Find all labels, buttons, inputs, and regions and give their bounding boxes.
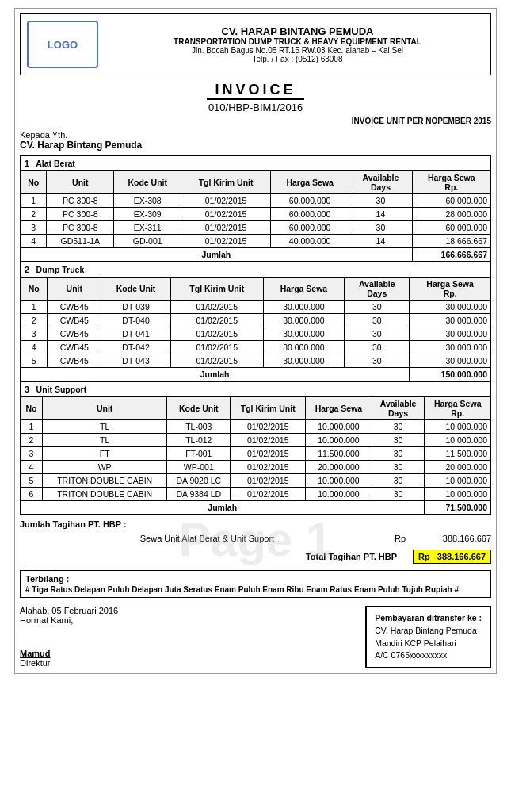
footer-date: Alahab, 05 Februari 2016: [20, 606, 118, 615]
col-kode-unit: Kode Unit: [114, 171, 181, 194]
payment-account: A/C 0765xxxxxxxxx: [375, 649, 482, 662]
table-row: 3FTFT-00101/02/201511.500.0003011.500.00…: [21, 447, 491, 461]
terbilang-section: Terbilang : # Tiga Ratus Delapan Puluh D…: [20, 570, 491, 598]
terbilang-label: Terbilang :: [25, 574, 486, 584]
jumlah-label: Jumlah: [21, 368, 410, 381]
total-box: Rp 388.166.667: [413, 550, 491, 564]
company-telp: Telp. / Fax : (0512) 63008: [108, 55, 487, 63]
table-row: 2PC 300-8EX-30901/02/201560.000.0001428.…: [21, 208, 491, 221]
section-3-header-row: 3 Unit Support: [21, 382, 491, 397]
payment-company: CV. Harap Bintang Pemuda: [375, 625, 482, 638]
table-row: 5CWB45DT-04301/02/201530.000.0003030.000…: [21, 354, 491, 368]
header: LOGO CV. HARAP BINTANG PEMUDA TRANSPORTA…: [20, 13, 491, 75]
tagihan-label: Jumlah Tagihan PT. HBP :: [20, 519, 491, 529]
table-row: 2CWB45DT-04001/02/201530.000.0003030.000…: [21, 314, 491, 327]
recipient: Kepada Yth. CV. Harap Bintang Pemuda: [20, 130, 491, 151]
section-1-jumlah-row: Jumlah 166.666.667: [21, 248, 491, 262]
table-row: 2TLTL-01201/02/201510.000.0003010.000.00…: [21, 434, 491, 447]
sewa-amount: 388.166.667: [412, 534, 491, 543]
section-3-jumlah-row: Jumlah 71.500.000: [21, 501, 491, 515]
total-currency: Rp: [418, 552, 430, 561]
section-2-col-headers: No Unit Kode Unit Tgl Kirim Unit Harga S…: [21, 278, 491, 301]
total-row: Total Tagihan PT. HBP Rp 388.166.667: [20, 550, 491, 564]
section-1-header-row: 1 Alat Berat: [21, 156, 491, 171]
section-2-label: 2 Dump Truck: [21, 262, 491, 278]
col-available-days: AvailableDays: [349, 171, 412, 194]
col-harga-sewa-rp: Harga SewaRp.: [412, 171, 490, 194]
col-harga-sewa: Harga Sewa: [270, 171, 349, 194]
invoice-number: 010/HBP-BIM1/2016: [20, 102, 491, 113]
payment-title: Pembayaran ditransfer ke :: [375, 612, 482, 625]
footer-title: Direktur: [20, 658, 118, 668]
jumlah-label: Jumlah: [21, 501, 425, 515]
recipient-greeting: Kepada Yth.: [20, 130, 491, 140]
company-subtitle: TRANSPORTATION DUMP TRUCK & HEAVY EQUIPM…: [108, 37, 487, 46]
recipient-name: CV. Harap Bintang Pemuda: [20, 140, 491, 151]
document-container: LOGO CV. HARAP BINTANG PEMUDA TRANSPORTA…: [14, 8, 497, 674]
table-row: 4GD511-1AGD-00101/02/201540.000.0001418.…: [21, 235, 491, 248]
company-name: CV. HARAP BINTANG PEMUDA: [108, 25, 487, 37]
tables-container: Page 1 1 Alat Berat No Unit Kode Unit Tg…: [20, 155, 491, 515]
jumlah-label: Jumlah: [21, 248, 413, 262]
total-amount: 388.166.667: [437, 552, 486, 561]
table-row: 1CWB45DT-03901/02/201530.000.0003030.000…: [21, 301, 491, 314]
footer-section: Alahab, 05 Februari 2016 Hormat Kami, Ma…: [20, 606, 491, 668]
sewa-row: Sewa Unit Alat Berat & Unit Suport Rp 38…: [20, 532, 491, 545]
invoice-title: INVOICE: [207, 82, 303, 100]
table-row: 6TRITON DOUBLE CABINDA 9384 LD01/02/2015…: [21, 488, 491, 501]
section-2-jumlah-amount: 150.000.000: [410, 368, 491, 381]
col-no: No: [21, 171, 47, 194]
table-row: 4CWB45DT-04201/02/201530.000.0003030.000…: [21, 341, 491, 354]
section-2-table: 2 Dump Truck No Unit Kode Unit Tgl Kirim…: [20, 262, 491, 381]
footer-greeting: Hormat Kami,: [20, 615, 118, 625]
section-3-table: 3 Unit Support No Unit Kode Unit Tgl Kir…: [20, 381, 491, 515]
section-3-label: 3 Unit Support: [21, 382, 491, 397]
company-address: Jln. Bocah Bagus No.05 RT.15 RW.03 Kec. …: [108, 46, 487, 55]
section-3-col-headers: No Unit Kode Unit Tgl Kirim Unit Harga S…: [21, 397, 491, 420]
col-tgl-kirim: Tgl Kirim Unit: [181, 171, 271, 194]
table-row: 3CWB45DT-04101/02/201530.000.0003030.000…: [21, 327, 491, 341]
table-row: 1TLTL-00301/02/201510.000.0003010.000.00…: [21, 420, 491, 434]
table-row: 1PC 300-8EX-30801/02/201560.000.0003060.…: [21, 194, 491, 208]
invoice-unit-label: INVOICE UNIT PER NOPEMBER 2015: [20, 117, 491, 125]
section-1-col-headers: No Unit Kode Unit Tgl Kirim Unit Harga S…: [21, 171, 491, 194]
summary-section: Jumlah Tagihan PT. HBP : Sewa Unit Alat …: [20, 519, 491, 564]
table-row: 4WPWP-00101/02/201520.000.0003020.000.00…: [21, 461, 491, 474]
footer-signer: Mamud: [20, 649, 118, 658]
invoice-title-section: INVOICE 010/HBP-BIM1/2016: [20, 82, 491, 113]
payment-box: Pembayaran ditransfer ke : CV. Harap Bin…: [365, 606, 491, 668]
terbilang-text: # Tiga Ratus Delapan Puluh Delapan Juta …: [25, 585, 486, 594]
sewa-currency: Rp: [395, 534, 406, 543]
section-1-table: 1 Alat Berat No Unit Kode Unit Tgl Kirim…: [20, 155, 491, 262]
total-label: Total Tagihan PT. HBP: [306, 552, 397, 561]
section-1-jumlah-amount: 166.666.667: [412, 248, 490, 262]
footer-left: Alahab, 05 Februari 2016 Hormat Kami, Ma…: [20, 606, 118, 668]
col-unit: Unit: [47, 171, 114, 194]
section-3-jumlah-amount: 71.500.000: [425, 501, 491, 515]
section-1-label: 1 Alat Berat: [21, 156, 491, 171]
table-row: 3PC 300-8EX-31101/02/201560.000.0003060.…: [21, 221, 491, 235]
table-row: 5TRITON DOUBLE CABINDA 9020 LC01/02/2015…: [21, 474, 491, 488]
sewa-label: Sewa Unit Alat Berat & Unit Suport: [20, 534, 395, 543]
logo: LOGO: [27, 21, 98, 68]
section-2-header-row: 2 Dump Truck: [21, 262, 491, 278]
section-2-jumlah-row: Jumlah 150.000.000: [21, 368, 491, 381]
company-info: CV. HARAP BINTANG PEMUDA TRANSPORTATION …: [105, 22, 490, 67]
payment-bank: Mandiri KCP Pelaihari: [375, 638, 482, 650]
